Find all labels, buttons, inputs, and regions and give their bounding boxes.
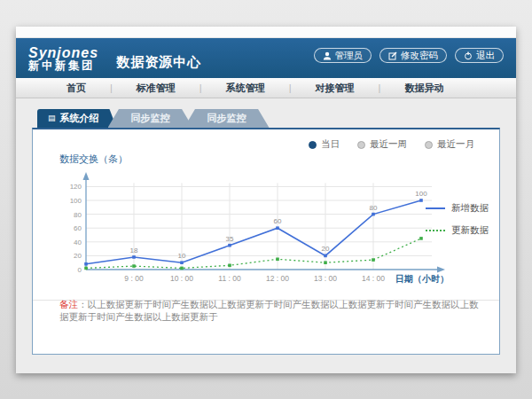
x-tick-label: 11 : 00: [218, 274, 241, 283]
legend-item-updated-data[interactable]: 更新数据: [426, 224, 489, 237]
header-buttons: 管理员 修改密码 退出: [314, 48, 505, 63]
x-axis-title: 日期（小时）: [395, 274, 449, 284]
logout-button[interactable]: 退出: [455, 48, 504, 63]
document-icon: ▤: [48, 114, 56, 122]
chart-panel: 当日 最近一周 最近一月 数据交换（条） 0204060801001209 : …: [32, 128, 500, 355]
y-axis-title: 数据交换（条）: [59, 153, 128, 166]
tab-system-intro[interactable]: ▤ 系统介绍: [37, 109, 117, 128]
y-tick-label: 100: [70, 197, 82, 205]
browser-top-strip: [16, 27, 516, 38]
y-tick-label: 60: [74, 224, 82, 232]
legend-line-solid-icon: [426, 207, 445, 209]
nav-item-docking-mgmt[interactable]: 对接管理: [292, 78, 379, 98]
legend-item-new-data[interactable]: 新增数据: [426, 202, 489, 215]
line-chart: 0204060801001209 : 0010 : 0011 : 0012 : …: [56, 168, 450, 291]
chart-legend: 新增数据 更新数据: [426, 202, 489, 237]
radio-unselected-icon: [357, 141, 365, 149]
logout-button-label: 退出: [476, 50, 495, 62]
data-point-label: 80: [370, 204, 378, 212]
data-point: [324, 261, 327, 264]
data-point: [372, 213, 375, 216]
data-point-label: 18: [130, 246, 138, 254]
user-button-label: 管理员: [335, 50, 364, 62]
page-title: 数据资源中心: [116, 54, 201, 71]
x-tick-label: 13 : 00: [314, 274, 337, 283]
change-password-label: 修改密码: [401, 50, 438, 62]
data-point: [84, 267, 88, 270]
chart-container: 0204060801001209 : 0010 : 0011 : 0012 : …: [56, 168, 450, 294]
data-point: [180, 261, 184, 264]
footnote-text: ：以上数据更新于时间产生数据以上数据更新于时间产生数据以上数据更新于时间产生数据…: [59, 299, 479, 322]
content-area: ▤ 系统介绍 同步监控 同步监控 当日 最近一周: [16, 98, 516, 373]
legend-label: 更新数据: [451, 224, 489, 237]
data-point: [180, 267, 184, 270]
radio-today[interactable]: 当日: [309, 138, 340, 151]
tab-label: 系统介绍: [60, 109, 99, 128]
nav-item-home[interactable]: 首页: [43, 78, 110, 98]
app-header: Synjones 新中新集团 数据资源中心 管理员 修改密码: [16, 38, 516, 78]
logo-text-cn: 新中新集团: [28, 60, 98, 72]
data-point: [324, 254, 327, 258]
data-point: [228, 244, 231, 247]
tab-label: 同步监控: [207, 113, 246, 123]
data-point: [228, 264, 231, 268]
legend-line-dotted-icon: [426, 230, 445, 231]
power-icon: [464, 51, 473, 60]
y-tick-label: 0: [78, 266, 82, 274]
data-point: [419, 237, 423, 240]
radio-unselected-icon: [425, 141, 433, 149]
data-point-label: 35: [226, 235, 234, 243]
data-point: [132, 264, 136, 268]
data-point: [276, 258, 279, 262]
app-window: Synjones 新中新集团 数据资源中心 管理员 修改密码: [16, 27, 516, 373]
radio-label: 最近一月: [437, 138, 474, 151]
legend-label: 新增数据: [451, 202, 489, 215]
data-point: [84, 262, 88, 266]
data-point: [132, 255, 136, 259]
nav-item-standard-mgmt[interactable]: 标准管理: [113, 78, 200, 98]
radio-last-week[interactable]: 最近一周: [357, 138, 407, 151]
range-selector: 当日 最近一周 最近一月: [309, 138, 474, 151]
y-tick-label: 20: [74, 252, 82, 260]
user-button[interactable]: 管理员: [314, 48, 372, 63]
data-point-label: 60: [274, 217, 282, 225]
company-logo: Synjones 新中新集团: [28, 46, 98, 73]
radio-last-month[interactable]: 最近一月: [425, 138, 474, 151]
data-point-label: 10: [178, 252, 186, 260]
x-tick-label: 10 : 00: [170, 274, 193, 283]
data-point: [419, 199, 423, 202]
data-point-label: 20: [322, 245, 330, 253]
tab-bar: ▤ 系统介绍 同步监控 同步监控: [37, 109, 505, 128]
edit-icon: [388, 51, 397, 60]
radio-label: 当日: [321, 138, 340, 151]
logo-text-en: Synjones: [28, 46, 98, 61]
data-point-label: 100: [415, 190, 427, 198]
x-tick-label: 9 : 00: [124, 274, 144, 283]
data-point: [372, 258, 375, 262]
footnote: 备注：以上数据更新于时间产生数据以上数据更新于时间产生数据以上数据更新于时间产生…: [59, 299, 485, 324]
x-tick-label: 12 : 00: [266, 274, 289, 283]
x-axis-arrow-icon: [437, 267, 445, 273]
tab-label: 同步监控: [131, 113, 170, 123]
data-point: [276, 226, 279, 230]
y-tick-label: 40: [74, 239, 82, 246]
tab-sync-monitor-1[interactable]: 同步监控: [108, 109, 193, 128]
main-nav: 首页 | 标准管理 | 系统管理 | 对接管理 | 数据异动: [16, 78, 516, 98]
user-icon: [323, 51, 332, 60]
nav-item-data-change[interactable]: 数据异动: [380, 78, 467, 98]
y-axis-arrow-icon: [83, 172, 90, 180]
change-password-button[interactable]: 修改密码: [379, 48, 447, 63]
radio-selected-icon: [309, 141, 317, 149]
y-tick-label: 80: [74, 211, 82, 219]
footnote-label: 备注: [59, 299, 78, 309]
tab-sync-monitor-2[interactable]: 同步监控: [184, 109, 270, 128]
x-tick-label: 14 : 00: [362, 274, 385, 283]
nav-item-system-mgmt[interactable]: 系统管理: [202, 78, 289, 98]
y-tick-label: 120: [70, 183, 82, 191]
radio-label: 最近一周: [370, 138, 407, 151]
